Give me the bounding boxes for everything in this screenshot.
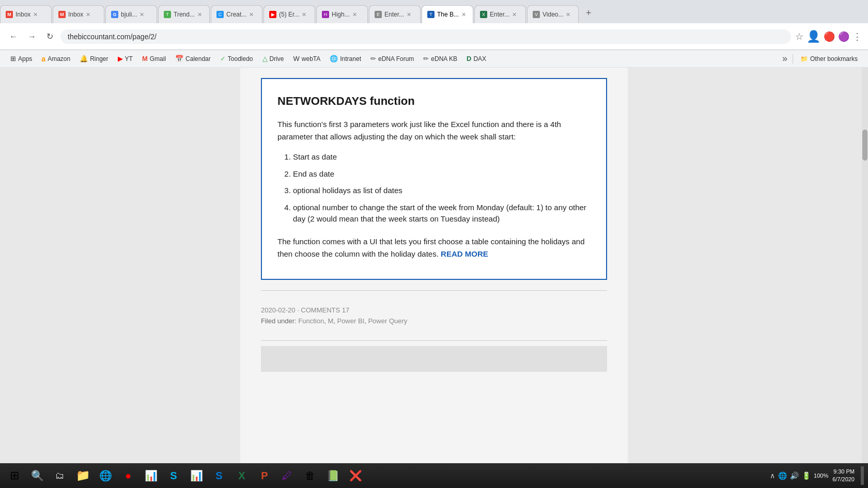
tab-7-close[interactable]: ✕ — [352, 11, 357, 18]
show-desktop-button[interactable] — [861, 466, 864, 485]
taskbar-redapp[interactable]: ❌ — [345, 465, 366, 486]
search-button[interactable]: 🔍 — [27, 465, 48, 486]
category-powerbi[interactable]: Power BI — [337, 317, 364, 325]
tab-1-favicon: M — [6, 11, 13, 18]
tab-2[interactable]: M Inbox ✕ — [53, 5, 104, 23]
start-button[interactable]: ⊞ — [4, 465, 25, 486]
bookmark-amazon[interactable]: a Amazon — [37, 54, 74, 64]
speaker-icon[interactable]: 🔊 — [790, 471, 799, 480]
tab-7[interactable]: H High... ✕ — [316, 5, 368, 23]
forward-button[interactable]: → — [25, 30, 39, 43]
edna-kb-icon: ✏ — [423, 55, 429, 62]
scrollbar-thumb[interactable] — [862, 130, 867, 161]
taskbar-excel-app[interactable]: 📊 — [186, 465, 207, 486]
list-item-1: Start as date — [293, 151, 591, 163]
bookmark-ringer-label: Ringer — [90, 55, 108, 62]
taskbar-chrome[interactable]: 🌐 — [95, 465, 116, 486]
taskbar-powerbi[interactable]: 📊 — [141, 465, 161, 486]
tab-5[interactable]: C Creat... ✕ — [211, 5, 262, 23]
ringer-icon: 🔔 — [80, 55, 88, 62]
tab-6-close[interactable]: ✕ — [302, 11, 306, 18]
bookmark-ringer[interactable]: 🔔 Ringer — [75, 54, 112, 64]
tab-2-close[interactable]: ✕ — [86, 11, 90, 18]
tab-2-label: Inbox — [68, 11, 83, 18]
tab-1[interactable]: M Inbox ✕ — [0, 5, 52, 23]
tab-4-close[interactable]: ✕ — [197, 11, 202, 18]
taskbar-greenapp[interactable]: 📗 — [322, 465, 343, 486]
tab-4-favicon: T — [164, 11, 171, 18]
scrollbar-track[interactable] — [862, 68, 868, 463]
tab-9-active[interactable]: T The B... ✕ — [422, 5, 473, 23]
bookmark-calendar-label: Calendar — [185, 55, 211, 62]
article-date: 2020-02-20 — [261, 306, 296, 314]
taskbar-recyclebin[interactable]: 🗑 — [300, 465, 320, 486]
network-icon[interactable]: 🌐 — [778, 471, 787, 480]
tab-8[interactable]: E Enter... ✕ — [369, 5, 421, 23]
tab-8-close[interactable]: ✕ — [407, 11, 411, 18]
taskbar-powerpoint[interactable]: P — [254, 465, 275, 486]
bookmarks-more-button[interactable]: » — [780, 53, 789, 64]
profile-icon[interactable]: 👤 — [807, 30, 820, 43]
bookmark-drive-label: Drive — [270, 55, 284, 62]
other-bookmarks[interactable]: 📁 Other bookmarks — [796, 54, 862, 64]
bookmark-apps-label: Apps — [18, 55, 32, 62]
dax-icon: D — [467, 55, 471, 62]
webta-icon: W — [293, 55, 300, 62]
tab-9-close[interactable]: ✕ — [461, 11, 466, 18]
article-intro: This function's first 3 parameters work … — [277, 118, 591, 143]
bookmark-calendar[interactable]: 📅 Calendar — [171, 54, 215, 64]
tab-5-close[interactable]: ✕ — [249, 11, 254, 18]
category-m[interactable]: M — [328, 317, 333, 325]
menu-icon[interactable]: ⋮ — [853, 31, 862, 42]
bookmark-intranet[interactable]: 🌐 Intranet — [326, 54, 365, 64]
task-view-button[interactable]: 🗂 — [50, 465, 70, 486]
new-tab-button[interactable]: + — [582, 8, 596, 19]
extension2-icon[interactable]: 🟣 — [838, 31, 849, 42]
bookmark-toodledo-label: Toodledo — [228, 55, 253, 62]
taskbar-excel-icon[interactable]: X — [231, 465, 252, 486]
tab-6-label: (5) Er... — [279, 11, 299, 18]
tab-5-label: Creat... — [226, 11, 246, 18]
category-function[interactable]: Function — [298, 317, 324, 325]
calendar-icon: 📅 — [175, 55, 183, 62]
tab-10-close[interactable]: ✕ — [512, 11, 517, 18]
bookmark-edna-forum[interactable]: ✏ eDNA Forum — [366, 54, 418, 64]
reload-button[interactable]: ↻ — [43, 29, 56, 43]
battery-icon[interactable]: 🔋 — [802, 471, 811, 480]
tab-11-close[interactable]: ✕ — [566, 11, 570, 18]
extension-icon[interactable]: 🔴 — [824, 31, 835, 42]
taskbar-red-app[interactable]: ● — [118, 465, 138, 486]
tab-4[interactable]: T Trend... ✕ — [158, 5, 210, 23]
chevron-up-icon[interactable]: ∧ — [770, 471, 775, 480]
tab-9-label: The B... — [437, 11, 459, 18]
tab-11[interactable]: V Video... ✕ — [527, 5, 579, 23]
file-explorer-button[interactable]: 📁 — [72, 465, 93, 486]
taskbar-sharepoint[interactable]: S — [209, 465, 229, 486]
bookmark-drive[interactable]: △ Drive — [258, 54, 288, 64]
bookmark-gmail[interactable]: M Gmail — [138, 54, 170, 64]
address-input[interactable] — [60, 29, 791, 44]
bookmark-edna-kb[interactable]: ✏ eDNA KB — [419, 54, 461, 64]
back-button[interactable]: ← — [6, 30, 21, 43]
tab-3-close[interactable]: ✕ — [140, 11, 144, 18]
right-margin — [628, 68, 868, 463]
bookmark-amazon-label: Amazon — [48, 55, 70, 62]
tab-3[interactable]: G bjuli... ✕ — [105, 5, 157, 23]
tab-6[interactable]: ▶ (5) Er... ✕ — [264, 5, 315, 23]
category-powerquery[interactable]: Power Query — [368, 317, 407, 325]
article-comments: COMMENTS 17 — [301, 306, 349, 314]
bookmark-yt[interactable]: ▶ YT — [114, 54, 137, 64]
bookmark-webta[interactable]: W webTA — [289, 54, 325, 64]
taskbar-skype[interactable]: S — [163, 465, 184, 486]
star-icon[interactable]: ☆ — [795, 31, 803, 42]
read-more-link[interactable]: READ MORE — [441, 249, 488, 258]
bookmark-toodledo[interactable]: ✓ Toodledo — [216, 54, 257, 64]
tab-10[interactable]: X Enter... ✕ — [474, 5, 526, 23]
article-date-comments: 2020-02-20 · COMMENTS 17 — [261, 306, 607, 314]
bookmark-apps[interactable]: ⊞ Apps — [6, 54, 36, 64]
tab-11-favicon: V — [533, 11, 540, 18]
tab-1-close[interactable]: ✕ — [33, 11, 38, 18]
taskbar-onenote[interactable]: 🖊 — [277, 465, 298, 486]
bookmark-dax[interactable]: D DAX — [462, 54, 490, 64]
taskbar-time[interactable]: 9:30 PM 6/7/2020 — [832, 468, 855, 484]
